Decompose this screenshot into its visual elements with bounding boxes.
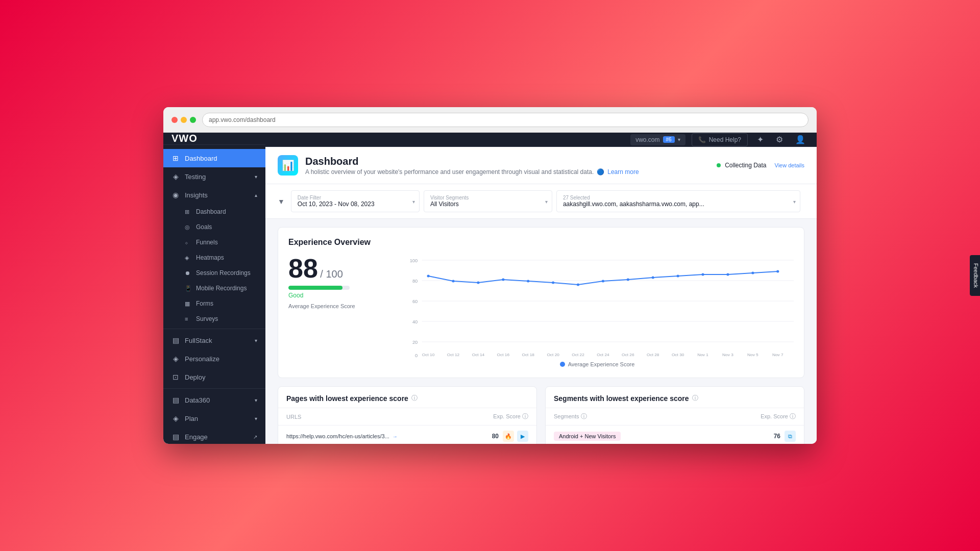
score-bar-fill	[288, 286, 342, 290]
segments-card-title: Segments with lowest experience score	[554, 394, 689, 403]
app-topbar: vwo.com #6 ▾ 📞 Need Help? ✦ ⚙ 👤	[265, 133, 817, 147]
svg-point-35	[652, 277, 654, 279]
score-cell-1: 80 🔥 ▶	[462, 425, 536, 444]
sidebar-item-data360[interactable]: ▤ Data360 ▾	[163, 391, 265, 409]
divider-1	[163, 329, 265, 329]
close-dot[interactable]	[172, 117, 178, 123]
sidebar-item-personalize[interactable]: ◈ Personalize	[163, 349, 265, 368]
sidebar-item-insights-dashboard[interactable]: ⊞ Dashboard	[163, 204, 265, 219]
page-title-section: Dashboard A holistic overview of your we…	[305, 156, 639, 176]
user-button[interactable]: 👤	[792, 133, 808, 146]
segments-lowest-card: Segments with lowest experience score ⓘ …	[545, 386, 804, 444]
svg-text:Nov 1: Nov 1	[697, 353, 708, 357]
svg-text:60: 60	[412, 299, 418, 304]
pages-table: URLS Exp. Score ⓘ	[278, 408, 536, 444]
gear-icon: ⚙	[776, 135, 783, 144]
svg-text:0: 0	[415, 353, 418, 357]
sidebar-label-plan: Plan	[185, 415, 198, 422]
date-filter[interactable]: Date Filter Oct 10, 2023 - Nov 08, 2023 …	[291, 190, 420, 212]
table-row: Android + New Visitors 76 ⧉	[546, 425, 804, 444]
maximize-dot[interactable]	[190, 117, 196, 123]
sidebar-item-dashboard[interactable]: ⊞ Dashboard	[163, 149, 265, 167]
selected-filter[interactable]: 27 Selected aakashgill.vwo.com, aakashsh…	[556, 190, 800, 212]
url-bar[interactable]: app.vwo.com/dashboard	[202, 113, 808, 127]
segment-filter-value: All Visitors	[430, 201, 546, 208]
svg-text:80: 80	[412, 279, 418, 284]
score-info-icon-seg[interactable]: ⓘ	[790, 413, 796, 420]
sidebar-item-funnels[interactable]: ⬦ Funnels	[163, 235, 265, 250]
segment-filter[interactable]: Visitor Segments All Visitors ▾	[424, 190, 552, 212]
svg-text:Nov 3: Nov 3	[722, 353, 733, 357]
link-icon[interactable]: →	[393, 434, 398, 439]
need-help-button[interactable]: 📞 Need Help?	[692, 133, 748, 146]
app-container: VWO ⊞ Dashboard ◈ Testing ▾ ◉ Insights	[163, 133, 817, 444]
page-subtitle: A holistic overview of your website's pe…	[305, 168, 639, 176]
sidebar-item-insights[interactable]: ◉ Insights ▴	[163, 186, 265, 204]
deploy-icon: ⊡	[172, 373, 180, 381]
sidebar-item-engage[interactable]: ▤ Engage ↗	[163, 428, 265, 444]
filter-icon: ▼	[278, 197, 285, 206]
sidebar-item-plan[interactable]: ◈ Plan ▾	[163, 409, 265, 428]
pages-card-title: Pages with lowest experience score	[286, 394, 408, 403]
score-display: 88 / 100	[288, 255, 380, 282]
score-info-icon[interactable]: ⓘ	[522, 413, 528, 420]
domain-selector[interactable]: vwo.com #6 ▾	[630, 134, 685, 145]
page-icon: 📊	[278, 155, 298, 176]
sidebar-label-insights: Insights	[185, 191, 208, 199]
sidebar-label-testing: Testing	[185, 173, 206, 181]
sidebar-label-insights-dashboard: Dashboard	[196, 208, 226, 215]
sidebar-item-heatmaps[interactable]: ◈ Heatmaps	[163, 250, 265, 265]
svg-point-39	[751, 272, 754, 274]
svg-point-34	[627, 279, 629, 281]
date-filter-value: Oct 10, 2023 - Nov 08, 2023	[298, 201, 413, 208]
col-segment-header: Segments ⓘ	[546, 408, 705, 425]
sidebar-item-forms[interactable]: ▦ Forms	[163, 296, 265, 311]
score-value-1: 80	[492, 433, 499, 440]
chevron-down-icon: ▾	[255, 174, 257, 180]
insights-icon: ◉	[172, 191, 180, 199]
action-icons-1: 🔥 ▶	[503, 431, 528, 442]
insights-submenu: ⊞ Dashboard ◎ Goals ⬦ Funnels ◈ Heatmaps	[163, 204, 265, 327]
sidebar-label-fullstack: FullStack	[185, 337, 212, 344]
learn-more-link[interactable]: Learn more	[607, 168, 639, 176]
segments-info-icon[interactable]: ⓘ	[692, 394, 698, 403]
sidebar-item-fullstack[interactable]: ▤ FullStack ▾	[163, 331, 265, 349]
sidebar-item-surveys[interactable]: ≡ Surveys	[163, 311, 265, 327]
copy-icon-1[interactable]: ⧉	[785, 431, 796, 442]
experience-overview-card: Experience Overview 88 / 100 Good	[278, 227, 804, 378]
settings-button[interactable]: ⚙	[773, 133, 786, 146]
filter-bar: ▼ Date Filter Oct 10, 2023 - Nov 08, 202…	[265, 184, 817, 219]
svg-text:Oct 16: Oct 16	[497, 353, 510, 357]
pages-info-icon[interactable]: ⓘ	[411, 394, 418, 403]
sidebar-item-session-recordings[interactable]: ⏺ Session Recordings	[163, 265, 265, 281]
svg-point-32	[577, 284, 579, 286]
segments-table: Segments ⓘ Exp. Score ⓘ	[546, 408, 804, 444]
view-details-link[interactable]: View details	[775, 162, 805, 168]
chevron-down-icon: ▾	[255, 397, 257, 403]
sidebar-item-goals[interactable]: ◎ Goals	[163, 219, 265, 235]
sidebar-label-engage: Engage	[185, 433, 208, 441]
selected-filter-value: aakashgill.vwo.com, aakashsharma.vwo.com…	[563, 201, 794, 208]
sidebar-item-testing[interactable]: ◈ Testing ▾	[163, 167, 265, 186]
heatmap-icon[interactable]: 🔥	[503, 431, 514, 442]
feedback-tab[interactable]: Feedback	[970, 255, 980, 296]
chevron-down-icon: ▾	[255, 338, 257, 343]
recording-icon[interactable]: ▶	[517, 431, 528, 442]
svg-point-27	[452, 280, 454, 283]
svg-point-28	[477, 282, 479, 284]
page-header-right: Collecting Data View details	[717, 162, 804, 169]
sidebar-item-mobile-recordings[interactable]: 📱 Mobile Recordings	[163, 281, 265, 296]
heatmaps-icon: ◈	[185, 255, 192, 261]
experience-overview-title: Experience Overview	[288, 238, 794, 247]
svg-point-26	[427, 275, 430, 278]
sidebar-item-deploy[interactable]: ⊡ Deploy	[163, 368, 265, 386]
score-section: 88 / 100 Good Average Experience Score	[288, 255, 380, 367]
notifications-button[interactable]: ✦	[754, 133, 767, 146]
segment-info-icon[interactable]: ⓘ	[581, 413, 587, 420]
divider-2	[163, 388, 265, 389]
date-filter-label: Date Filter	[298, 195, 413, 201]
minimize-dot[interactable]	[181, 117, 187, 123]
forms-icon: ▦	[185, 300, 192, 307]
collecting-status-dot	[717, 163, 721, 167]
external-link-icon: ↗	[253, 434, 257, 440]
